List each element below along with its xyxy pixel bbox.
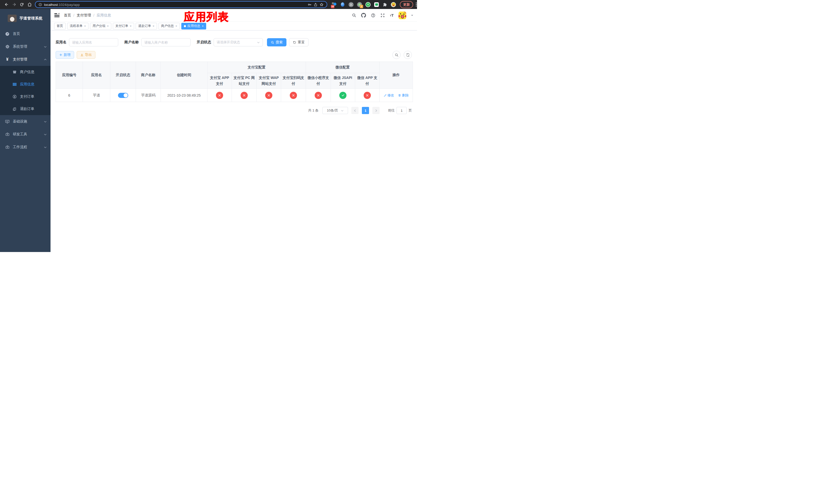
breadcrumb-current: 应用信息 <box>97 13 111 18</box>
sidebar-logo[interactable]: 芋道管理系统 <box>0 9 50 27</box>
chevron-up-icon <box>44 58 47 61</box>
user-avatar[interactable] <box>398 12 406 19</box>
chevron-down-icon <box>44 146 47 149</box>
browser-reload-icon[interactable] <box>18 1 26 8</box>
add-button[interactable]: 新增 <box>56 51 74 59</box>
app-frame: 芋道管理系统 首页 系统管理 <box>0 9 417 252</box>
search-button[interactable]: 搜索 <box>267 38 286 46</box>
close-icon[interactable]: × <box>202 25 204 28</box>
search-icon[interactable] <box>352 13 356 18</box>
sidebar-item-refund-order[interactable]: 退款订单 <box>0 103 50 115</box>
tab-merchant-info[interactable]: 商户信息× <box>158 23 180 29</box>
close-icon[interactable]: × <box>130 25 132 28</box>
toggle-search-button[interactable] <box>392 51 401 59</box>
tab-user-group[interactable]: 用户分组× <box>90 23 111 29</box>
close-icon[interactable]: × <box>153 25 154 28</box>
extension-chat-icon[interactable] <box>374 2 379 7</box>
next-page-button[interactable] <box>372 107 379 114</box>
breadcrumb-home[interactable]: 首页 <box>64 13 71 18</box>
font-size-icon[interactable]: тT <box>390 13 394 18</box>
cell-wechat-lite <box>306 89 331 102</box>
browser-home-icon[interactable] <box>26 1 33 8</box>
delete-link[interactable]: 删除 <box>398 93 409 98</box>
browser-profile-avatar[interactable] <box>391 2 396 7</box>
search-icon <box>271 41 274 44</box>
sidebar-item-pay-order[interactable]: 支付订单 <box>0 91 50 103</box>
browser-back-icon[interactable] <box>3 1 10 8</box>
table-toolbar: 新增 导出 <box>56 51 412 59</box>
url-text: localhost:1024/pay/app <box>44 2 80 7</box>
address-bar[interactable]: localhost:1024/pay/app <box>35 1 327 8</box>
status-fail-icon <box>315 92 322 99</box>
close-icon[interactable]: × <box>175 25 177 28</box>
cell-enabled <box>110 89 136 102</box>
extension-balloon-icon[interactable] <box>340 2 346 7</box>
sidebar-item-merchant-info[interactable]: 商户信息 <box>0 66 50 78</box>
sidebar-item-label: 研发工具 <box>13 132 27 137</box>
breadcrumb-payment[interactable]: 支付管理 <box>77 13 91 18</box>
sidebar-item-system[interactable]: 系统管理 <box>0 40 50 53</box>
column-header-app-id: 应用编号 <box>56 62 83 89</box>
column-header-alipay-qr: 支付宝扫码支付 <box>281 73 306 89</box>
enabled-toggle[interactable] <box>118 93 128 98</box>
sidebar: 芋道管理系统 首页 系统管理 <box>0 9 50 252</box>
extension-sketch-icon[interactable]: 10 <box>331 2 337 7</box>
extension-badge: 10 <box>331 5 334 8</box>
browser-menu-icon[interactable] <box>416 3 417 7</box>
sidebar-item-devtools[interactable]: 研发工具 <box>0 128 50 141</box>
github-icon[interactable] <box>361 13 366 18</box>
sidebar-item-payment[interactable]: ¥ 支付管理 <box>0 53 50 66</box>
column-header-wechat-app: 微信 APP 支付 <box>355 73 379 89</box>
browser-toolbar: localhost:1024/pay/app 10 <box>0 0 417 9</box>
browser-forward-icon[interactable] <box>10 1 18 8</box>
goto-page-input[interactable] <box>396 107 407 114</box>
avatar-caret-icon[interactable] <box>411 15 413 17</box>
export-button[interactable]: 导出 <box>77 51 95 59</box>
bookmark-star-icon[interactable] <box>320 3 324 7</box>
cell-app-id: 6 <box>56 89 83 102</box>
chrome-update-button[interactable]: 更新 <box>400 1 413 8</box>
refresh-table-button[interactable] <box>404 51 412 59</box>
tab-process-form[interactable]: 流程表单× <box>67 23 88 29</box>
close-icon[interactable]: × <box>84 25 86 28</box>
share-icon[interactable] <box>314 3 317 7</box>
password-key-icon[interactable] <box>307 3 312 7</box>
active-dot-icon <box>184 25 186 27</box>
fullscreen-icon[interactable] <box>380 13 385 18</box>
merchant-name-input[interactable] <box>141 38 191 46</box>
breadcrumb-separator: / <box>73 13 74 18</box>
reset-button[interactable]: 重置 <box>289 38 308 46</box>
status-fail-icon <box>364 92 371 99</box>
extension-y-icon[interactable]: Y <box>365 2 371 7</box>
url-host: localhost <box>44 3 58 7</box>
page-size-select[interactable]: 10条/页 <box>322 107 348 114</box>
pikachu-avatar <box>398 12 406 19</box>
site-info-icon[interactable] <box>39 3 42 6</box>
sidebar-item-workflow[interactable]: 工作流程 <box>0 141 50 154</box>
sidebar-item-app-info[interactable]: 应用信息 <box>0 78 50 91</box>
extension-recorder-icon[interactable]: 1 <box>357 2 363 7</box>
group-header-alipay: 支付宝配置 <box>207 62 306 73</box>
tab-pay-order[interactable]: 支付订单× <box>113 23 134 29</box>
sidebar-item-home[interactable]: 首页 <box>0 27 50 40</box>
grid-icon <box>12 82 17 86</box>
column-header-merchant: 商户名称 <box>136 62 161 89</box>
page-number-button[interactable]: 1 <box>362 107 369 114</box>
sidebar-item-infrastructure[interactable]: 基础设施 <box>0 115 50 128</box>
cell-merchant: 芋道源码 <box>136 89 161 102</box>
extension-command-icon[interactable] <box>348 2 354 7</box>
close-icon[interactable]: × <box>107 25 109 28</box>
tab-home[interactable]: 首页 <box>54 23 66 29</box>
sidebar-item-label: 商户信息 <box>20 70 35 74</box>
prev-page-button[interactable] <box>351 107 358 114</box>
status-select[interactable]: 请选择开启状态 <box>214 38 263 46</box>
sidebar-collapse-icon[interactable] <box>54 13 60 17</box>
help-icon[interactable] <box>371 13 375 18</box>
trash-icon <box>398 94 401 97</box>
download-icon <box>80 53 84 56</box>
tab-refund-order[interactable]: 退款订单× <box>136 23 157 29</box>
app-name-input[interactable] <box>69 38 118 46</box>
extensions-puzzle-icon[interactable] <box>382 2 388 7</box>
app-name-label: 应用名 <box>56 40 66 45</box>
edit-link[interactable]: 修改 <box>384 93 394 98</box>
